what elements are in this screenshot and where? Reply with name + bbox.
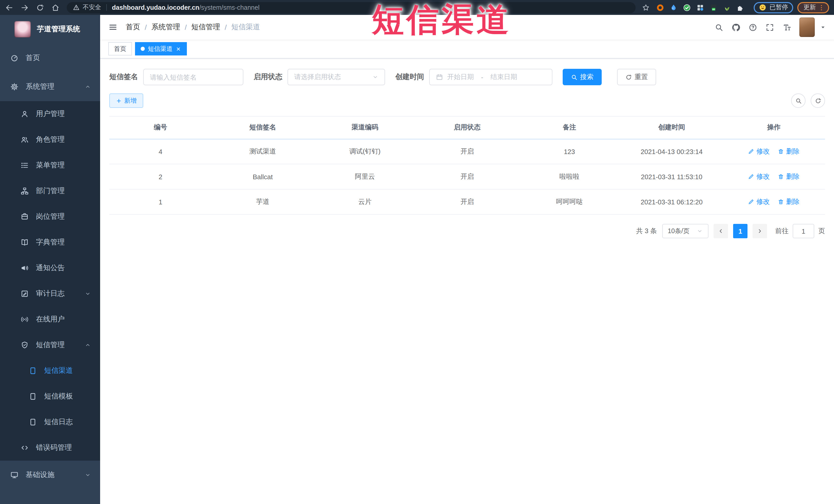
square-icon — [29, 392, 37, 400]
dashboard-icon — [10, 54, 19, 62]
reset-button[interactable]: 重置 — [617, 69, 656, 85]
table-toolbar: 新增 — [109, 93, 825, 108]
next-page-button[interactable] — [753, 224, 767, 238]
sidebar-item-dict[interactable]: 字典管理 — [0, 229, 100, 255]
drop-icon[interactable] — [670, 3, 678, 12]
chevron-down-icon — [697, 228, 703, 234]
sprout-icon[interactable] — [723, 3, 731, 12]
paused-extension-button[interactable]: 已暂停 — [754, 2, 793, 13]
navbar-right — [706, 18, 826, 37]
svg-text:on: on — [712, 8, 715, 10]
bookmark-star-icon[interactable] — [642, 3, 650, 12]
browser-reload-icon[interactable] — [36, 3, 44, 12]
table-right-tools — [786, 93, 825, 108]
sidebar-item-system[interactable]: 系统管理 — [0, 72, 100, 101]
kebab-menu-icon[interactable] — [818, 4, 825, 11]
page-size-select[interactable]: 10条/页 — [662, 224, 708, 238]
check-circle-icon[interactable] — [683, 3, 691, 12]
pencil-icon — [748, 174, 754, 180]
user-avatar[interactable] — [799, 18, 815, 37]
search-button[interactable]: 搜索 — [563, 69, 602, 85]
table-row: 4测试渠道调试(钉钉)开启1232021-04-13 00:23:14修改删除 — [109, 139, 825, 164]
date-range-picker[interactable]: 开始日期 - 结束日期 — [429, 69, 552, 85]
delete-link[interactable]: 删除 — [778, 172, 799, 181]
users-icon — [21, 136, 29, 144]
address-bar[interactable]: 不安全 dashboard.yudao.iocoder.cn/system/sm… — [67, 2, 636, 13]
github-icon[interactable] — [731, 23, 740, 31]
sidebar-item-sms[interactable]: 短信管理 — [0, 332, 100, 358]
page-content: 短信签名 启用状态 请选择启用状态 创建时间 — [100, 59, 834, 504]
status-select[interactable]: 请选择启用状态 — [287, 69, 385, 85]
refresh-icon — [625, 74, 632, 80]
security-label[interactable]: 不安全 — [83, 3, 101, 12]
hamburger-icon[interactable] — [108, 23, 117, 32]
search-form: 短信签名 启用状态 请选择启用状态 创建时间 — [109, 69, 825, 85]
help-icon[interactable] — [748, 23, 757, 31]
sidebar-item-menu[interactable]: 菜单管理 — [0, 153, 100, 178]
cell-actions: 修改删除 — [723, 139, 825, 164]
sidebar-item-online-user[interactable]: 在线用户 — [0, 307, 100, 332]
shield-icon — [21, 341, 29, 349]
refresh-table-button[interactable] — [811, 93, 825, 108]
header-search-icon[interactable] — [715, 23, 723, 31]
table-row: 2Ballcat阿里云开启啦啦啦2021-03-31 11:53:10修改删除 — [109, 164, 825, 189]
sidebar-item-role[interactable]: 角色管理 — [0, 127, 100, 153]
pencil-icon — [748, 149, 754, 155]
sidebar-item-dept[interactable]: 部门管理 — [0, 178, 100, 204]
sidebar-item-audit-log[interactable]: 审计日志 — [0, 281, 100, 307]
breadcrumb-item[interactable]: 首页 — [126, 23, 140, 32]
delete-link[interactable]: 删除 — [778, 197, 799, 206]
close-icon[interactable] — [176, 46, 181, 51]
paused-label: 已暂停 — [770, 3, 788, 12]
column-header: 启用状态 — [416, 116, 518, 139]
delete-link[interactable]: 删除 — [778, 147, 799, 156]
log-icon — [21, 290, 29, 298]
breadcrumb-item[interactable]: 短信管理 — [192, 23, 220, 32]
tab-sms-channel[interactable]: 短信渠道 — [135, 42, 187, 56]
logo-avatar — [14, 21, 31, 38]
font-size-icon[interactable] — [783, 23, 791, 31]
on-badge-icon[interactable]: on — [709, 3, 718, 12]
main-area: 首页/系统管理/短信管理/短信渠道 首页 短信渠道 — [100, 15, 834, 504]
sidebar-item-infra[interactable]: 基础设施 — [0, 461, 100, 489]
update-label: 更新 — [804, 3, 816, 12]
puzzle-icon[interactable] — [736, 3, 744, 12]
sidebar-item-home[interactable]: 首页 — [0, 44, 100, 72]
browser-back-icon[interactable] — [5, 3, 13, 12]
sidebar-logo[interactable]: 芋道管理系统 — [0, 15, 100, 44]
avatar-caret-down-icon[interactable] — [820, 24, 826, 30]
browser-forward-icon[interactable] — [21, 3, 29, 12]
edit-link[interactable]: 修改 — [748, 147, 770, 156]
goto-page-input[interactable] — [793, 224, 814, 238]
sign-input[interactable] — [143, 69, 243, 85]
tab-home[interactable]: 首页 — [108, 42, 132, 56]
app-title: 芋道管理系统 — [37, 25, 80, 34]
megaphone-icon — [21, 264, 29, 272]
grid-icon[interactable] — [696, 3, 704, 12]
sidebar-item-sms-channel[interactable]: 短信渠道 — [0, 358, 100, 384]
edit-link[interactable]: 修改 — [748, 197, 770, 206]
sidebar-item-sms-log[interactable]: 短信日志 — [0, 409, 100, 435]
add-button[interactable]: 新增 — [109, 93, 143, 108]
ring-icon[interactable] — [656, 3, 664, 12]
chevron-up-icon — [85, 342, 91, 348]
sidebar-item-notice[interactable]: 通知公告 — [0, 255, 100, 281]
sidebar-item-error-code[interactable]: 错误码管理 — [0, 435, 100, 461]
column-header: 创建时间 — [620, 116, 723, 139]
trash-icon — [778, 199, 784, 205]
url-path: /system/sms-channel — [199, 4, 260, 11]
cell-remark: 呵呵呵哒 — [518, 189, 620, 214]
sidebar-item-post[interactable]: 岗位管理 — [0, 204, 100, 229]
browser-home-icon[interactable] — [51, 3, 60, 12]
toggle-search-button[interactable] — [791, 93, 806, 108]
fullscreen-icon[interactable] — [766, 23, 774, 31]
page-number-1[interactable]: 1 — [733, 224, 747, 238]
edit-link[interactable]: 修改 — [748, 172, 770, 181]
browser-update-button[interactable]: 更新 — [797, 2, 829, 13]
list-icon — [21, 161, 29, 170]
gear-icon — [10, 83, 19, 91]
breadcrumb-item[interactable]: 系统管理 — [151, 23, 180, 32]
sidebar-item-user[interactable]: 用户管理 — [0, 101, 100, 127]
sidebar-item-sms-template[interactable]: 短信模板 — [0, 384, 100, 409]
prev-page-button[interactable] — [714, 224, 728, 238]
